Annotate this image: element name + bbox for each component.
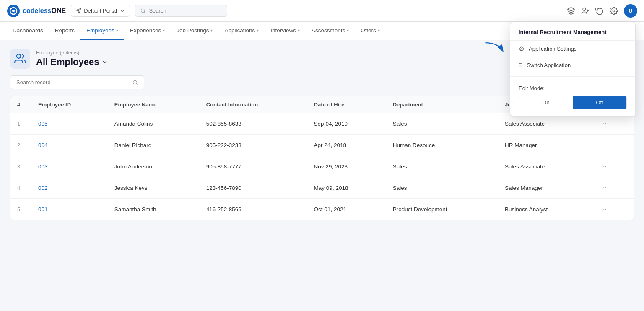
employee-id-link[interactable]: 001 bbox=[38, 206, 48, 213]
portal-button[interactable]: Default Portal bbox=[71, 5, 130, 17]
job-title-cell: Sales Manager bbox=[498, 177, 591, 199]
arrow-svg bbox=[482, 39, 507, 60]
col-num: # bbox=[10, 96, 31, 113]
popup-divider bbox=[510, 76, 635, 77]
hire-date-cell: Oct 01, 2021 bbox=[307, 199, 386, 220]
employee-name-cell: Daniel Richard bbox=[108, 135, 200, 156]
page-title: All Employees bbox=[36, 57, 108, 67]
nav-offers[interactable]: Offers ▾ bbox=[355, 22, 386, 40]
user-avatar[interactable]: U bbox=[624, 4, 637, 18]
employee-id-cell: 004 bbox=[31, 135, 108, 156]
row-more-button[interactable]: ··· bbox=[598, 205, 610, 214]
assessments-chevron-icon: ▾ bbox=[347, 28, 349, 33]
settings-popup: Internal Recruitment Management ⚙ Applic… bbox=[510, 22, 636, 117]
row-more-button[interactable]: ··· bbox=[598, 140, 610, 150]
send-icon bbox=[75, 8, 81, 14]
edit-mode-label: Edit Mode: bbox=[519, 85, 627, 91]
employee-id-link[interactable]: 004 bbox=[38, 142, 48, 148]
row-num: 1 bbox=[10, 113, 31, 135]
contact-cell: 502-855-8633 bbox=[200, 113, 307, 135]
job-title-cell: HR Manager bbox=[498, 135, 591, 156]
app-header: codelessONE Default Portal U bbox=[0, 0, 644, 22]
employee-id-cell: 005 bbox=[31, 113, 108, 135]
contact-cell: 905-222-3233 bbox=[200, 135, 307, 156]
nav-employees[interactable]: Employees ▾ bbox=[80, 22, 124, 40]
employee-id-link[interactable]: 003 bbox=[38, 163, 48, 170]
employees-icon bbox=[10, 49, 30, 69]
department-cell: Sales bbox=[386, 156, 498, 177]
more-actions-cell: ··· bbox=[591, 135, 634, 156]
job-title-cell: Sales Associate bbox=[498, 156, 591, 177]
department-cell: Sales bbox=[386, 177, 498, 199]
search-input[interactable] bbox=[149, 8, 221, 14]
nav-experiences[interactable]: Experiences ▾ bbox=[124, 22, 171, 40]
logo[interactable]: codelessONE bbox=[7, 4, 66, 18]
page-title-text: Employee (5 items) All Employees bbox=[36, 50, 108, 67]
nav-reports[interactable]: Reports bbox=[49, 22, 80, 40]
application-settings-item[interactable]: ⚙ Application Settings bbox=[510, 41, 635, 57]
people-icon bbox=[14, 53, 26, 65]
svg-point-17 bbox=[133, 80, 137, 84]
employee-name-cell: John Anderson bbox=[108, 156, 200, 177]
svg-marker-7 bbox=[568, 7, 575, 10]
offers-chevron-icon: ▾ bbox=[378, 28, 380, 33]
row-num: 5 bbox=[10, 199, 31, 220]
contact-cell: 416-252-8566 bbox=[200, 199, 307, 220]
logo-text: codelessONE bbox=[23, 7, 66, 15]
edit-mode-section: Edit Mode: On Off bbox=[510, 80, 635, 111]
contact-cell: 905-858-7777 bbox=[200, 156, 307, 177]
row-more-button[interactable]: ··· bbox=[598, 183, 610, 192]
table-row: 3 003 John Anderson 905-858-7777 Nov 29,… bbox=[10, 156, 634, 177]
row-more-button[interactable]: ··· bbox=[598, 162, 610, 171]
edit-mode-off-button[interactable]: Off bbox=[573, 96, 626, 109]
history-icon[interactable] bbox=[595, 7, 604, 15]
employee-id-cell: 002 bbox=[31, 177, 108, 199]
page-subtitle: Employee (5 items) bbox=[36, 50, 108, 56]
department-cell: Product Development bbox=[386, 199, 498, 220]
employee-id-cell: 003 bbox=[31, 156, 108, 177]
hire-date-cell: Nov 29, 2023 bbox=[307, 156, 386, 177]
svg-point-12 bbox=[17, 54, 21, 58]
row-num: 2 bbox=[10, 135, 31, 156]
col-hire-date: Date of Hire bbox=[307, 96, 386, 113]
svg-point-2 bbox=[12, 10, 15, 12]
col-department: Department bbox=[386, 96, 498, 113]
switch-application-label: Switch Application bbox=[527, 62, 571, 68]
popup-title: Internal Recruitment Management bbox=[510, 29, 635, 41]
department-cell: Sales bbox=[386, 113, 498, 135]
global-search[interactable] bbox=[135, 5, 227, 17]
edit-mode-on-button[interactable]: On bbox=[519, 96, 573, 109]
row-more-button[interactable]: ··· bbox=[598, 119, 610, 128]
employee-id-link[interactable]: 005 bbox=[38, 121, 48, 127]
title-chevron-icon bbox=[101, 59, 108, 65]
search-record-input[interactable] bbox=[16, 79, 129, 86]
nav-applications[interactable]: Applications ▾ bbox=[218, 22, 265, 40]
nav-assessments[interactable]: Assessments ▾ bbox=[306, 22, 355, 40]
layers-icon[interactable] bbox=[567, 7, 575, 15]
chevron-down-icon bbox=[119, 8, 125, 14]
search-record-icon bbox=[132, 80, 138, 86]
hire-date-cell: May 09, 2018 bbox=[307, 177, 386, 199]
search-icon bbox=[140, 8, 146, 14]
svg-line-18 bbox=[136, 83, 137, 84]
nav-dashboards[interactable]: Dashboards bbox=[7, 22, 49, 40]
employee-id-link[interactable]: 002 bbox=[38, 185, 48, 191]
more-actions-cell: ··· bbox=[591, 177, 634, 199]
logo-icon bbox=[7, 4, 20, 18]
portal-label: Default Portal bbox=[84, 8, 117, 14]
user-add-icon[interactable] bbox=[581, 7, 589, 15]
settings-icon[interactable] bbox=[610, 7, 618, 15]
nav-job-postings[interactable]: Job Postings ▾ bbox=[171, 22, 218, 40]
job-postings-chevron-icon: ▾ bbox=[210, 28, 213, 33]
employee-name-cell: Jessica Keys bbox=[108, 177, 200, 199]
department-cell: Human Resouce bbox=[386, 135, 498, 156]
nav-interviews[interactable]: Interviews ▾ bbox=[265, 22, 306, 40]
row-num: 4 bbox=[10, 177, 31, 199]
employees-chevron-icon: ▾ bbox=[116, 28, 118, 33]
more-actions-cell: ··· bbox=[591, 156, 634, 177]
settings-popup-icon: ⚙ bbox=[519, 45, 525, 53]
switch-application-item[interactable]: ≡ Switch Application bbox=[510, 57, 635, 73]
employee-name-cell: Samantha Smith bbox=[108, 199, 200, 220]
search-record-field[interactable] bbox=[10, 75, 144, 89]
col-employee-name: Employee Name bbox=[108, 96, 200, 113]
